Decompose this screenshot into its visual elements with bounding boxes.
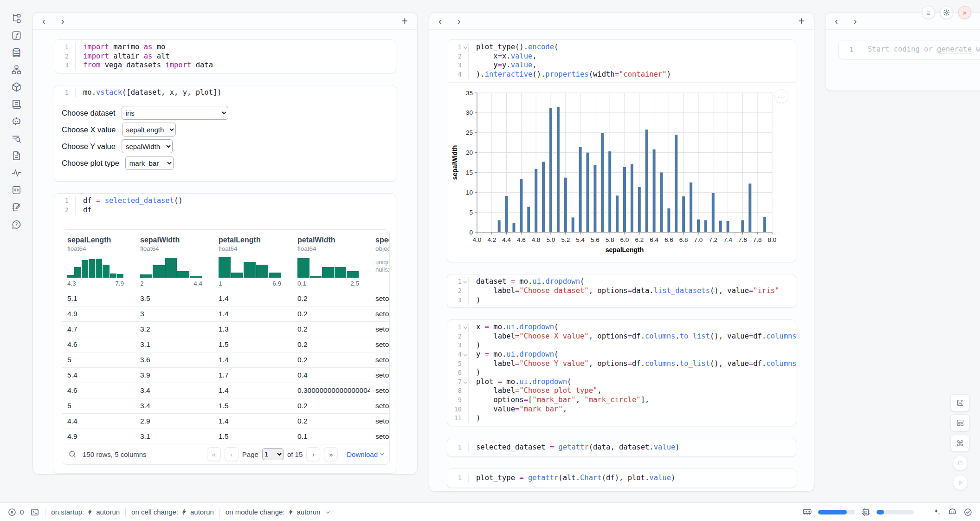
code-editor[interactable]: 1mo.vstack([dataset, x, y, plot]) (54, 85, 396, 101)
table-cell: 1.3 (213, 325, 292, 333)
terminal-button[interactable] (30, 508, 39, 517)
cell-dataset-dropdown[interactable]: 123dataset = mo.ui.dropdown( label="Choo… (447, 274, 796, 308)
vstack-output: Choose dataset iris Choose X value sepal… (54, 100, 396, 181)
bar-chart[interactable]: 4.04.24.44.64.85.05.25.45.65.86.06.26.46… (451, 87, 796, 259)
tracing-icon[interactable] (11, 167, 22, 178)
bar (631, 164, 633, 233)
ai-sparkle-button[interactable] (932, 508, 941, 517)
code-line: selected_dataset = getattr(data, dataset… (476, 443, 680, 452)
error-indicator[interactable]: 0 (7, 508, 24, 517)
layout-button[interactable] (950, 414, 970, 431)
dataset-select[interactable]: iris (122, 106, 228, 120)
chart-output[interactable]: 4.04.24.44.64.85.05.25.45.65.86.06.26.46… (447, 82, 796, 262)
cell-dataframe[interactable]: 12df = selected_dataset()df sepalLength … (54, 193, 396, 473)
cell-imports[interactable]: 123import marimo as moimport altair as a… (54, 39, 396, 73)
on-module-change-setting[interactable]: on module change: autorun (226, 508, 329, 516)
code-line: value="mark_bar", (476, 405, 796, 414)
add-cell-button[interactable]: + (799, 15, 805, 27)
data-sources-icon[interactable] (11, 47, 22, 58)
documentation-icon[interactable] (11, 150, 22, 161)
last-page-button[interactable]: » (324, 447, 338, 461)
code-editor[interactable]: 123import marimo as moimport altair as a… (54, 40, 396, 73)
column-header-sepalLength[interactable]: sepalLength float64 4.37.9 (62, 236, 135, 287)
save-button[interactable] (950, 394, 970, 411)
code-editor[interactable]: 1234567891011x = mo.ui.dropdown( label="… (447, 320, 796, 426)
snippets-icon[interactable] (11, 184, 22, 195)
table-row[interactable]: 53.41.50.2setosa (62, 398, 389, 413)
connection-status-button[interactable] (963, 508, 973, 517)
next-page-button[interactable]: › (306, 447, 320, 461)
table-row[interactable]: 5.43.91.70.4setosa (62, 367, 389, 383)
table-row[interactable]: 4.63.41.40.30000000000000004setosa (62, 383, 389, 398)
hist-bar (96, 259, 102, 277)
dependency-graph-icon[interactable] (11, 64, 22, 75)
table-row[interactable]: 4.93.11.50.1setosa (62, 429, 389, 444)
collapse-left-icon[interactable]: ‹ (835, 16, 838, 26)
code-editor[interactable]: 12df = selected_dataset()df (54, 194, 396, 218)
code-editor[interactable]: 1234plot_type().encode( x=x.value, y=y.v… (447, 40, 796, 82)
collapse-left-icon[interactable]: ‹ (42, 16, 45, 26)
help-icon[interactable]: ? (11, 219, 22, 230)
prev-page-button[interactable]: ‹ (225, 447, 239, 461)
table-cell: 0.2 (292, 417, 370, 425)
new-empty-cell[interactable]: 1 Start coding or generate with (838, 40, 980, 59)
expand-right-icon[interactable]: › (854, 16, 857, 26)
on-startup-setting[interactable]: on startup: autorun (51, 508, 120, 516)
table-row[interactable]: 4.73.21.30.2setosa (62, 321, 389, 337)
first-page-button[interactable]: « (207, 447, 221, 461)
svg-text:5.4: 5.4 (576, 236, 585, 243)
table-cell: 3.9 (135, 371, 213, 379)
svg-text:4.8: 4.8 (532, 236, 541, 243)
packages-icon[interactable] (11, 81, 22, 92)
table-row[interactable]: 4.63.11.50.2setosa (62, 337, 389, 352)
cell-xy-plot-dropdowns[interactable]: 1234567891011x = mo.ui.dropdown( label="… (447, 319, 796, 426)
bar (601, 133, 604, 232)
expand-right-icon[interactable]: › (458, 16, 461, 26)
file-tree-icon[interactable] (11, 13, 22, 24)
logs-icon[interactable] (11, 98, 22, 110)
settings-button[interactable] (940, 6, 953, 19)
keyboard-shortcuts-button[interactable]: ⌘ (950, 435, 970, 452)
table-cell: 4.9 (62, 432, 135, 441)
bar (608, 151, 611, 232)
search-icon[interactable] (68, 450, 77, 458)
copilot-button[interactable] (948, 507, 957, 517)
column-header-petalLength[interactable]: petalLength float64 16.9 (213, 236, 292, 287)
cell-placeholder[interactable]: Start coding or generate with (860, 45, 980, 54)
bar (616, 195, 619, 232)
table-row[interactable]: 53.61.40.2setosa (62, 352, 389, 367)
code-editor[interactable]: 123dataset = mo.ui.dropdown( label="Choo… (447, 274, 796, 307)
cell-vstack[interactable]: 1mo.vstack([dataset, x, y, plot]) Choose… (54, 85, 396, 182)
column-header-petalWidth[interactable]: petalWidth float64 0.12.5 (292, 236, 370, 287)
cell-plot-type[interactable]: 1plot_type = getattr(alt.Chart(df), plot… (447, 469, 796, 488)
table-row[interactable]: 5.13.51.40.2setosa (62, 291, 389, 306)
run-button[interactable] (953, 475, 968, 490)
ai-chat-icon[interactable] (11, 116, 22, 127)
collapse-left-icon[interactable]: ‹ (438, 16, 442, 26)
functions-icon[interactable]: ƒ (11, 30, 22, 41)
table-search-icon[interactable] (11, 133, 22, 144)
column-header-sepalWidth[interactable]: sepalWidth float64 24.4 (135, 236, 213, 287)
close-button[interactable]: × (958, 6, 971, 19)
code-line: x=x.value, (476, 52, 671, 61)
cell-plot-expression[interactable]: 1234plot_type().encode( x=x.value, y=y.v… (447, 39, 796, 262)
menu-button[interactable]: ≡ (922, 6, 935, 19)
x-select[interactable]: sepalLength (122, 123, 176, 137)
scratchpad-icon[interactable] (11, 202, 22, 213)
table-row[interactable]: 4.931.40.2setosa (62, 306, 389, 321)
table-row[interactable]: 4.42.91.40.2setosa (62, 413, 389, 429)
on-cell-change-setting[interactable]: on cell change: autorun (131, 508, 214, 516)
chevron-down-icon (326, 509, 329, 513)
y-select[interactable]: sepalWidth (122, 139, 173, 153)
generate-with-ai-link[interactable]: generate (937, 45, 972, 53)
cell-selected-dataset[interactable]: 1selected_dataset = getattr(data, datase… (447, 438, 796, 457)
page-select[interactable]: 1 (262, 448, 284, 460)
code-editor[interactable]: 1plot_type = getattr(alt.Chart(df), plot… (447, 469, 796, 488)
download-button[interactable]: Download (347, 450, 383, 458)
add-cell-button[interactable]: + (402, 15, 408, 27)
stop-button[interactable] (953, 456, 968, 471)
expand-right-icon[interactable]: › (61, 16, 64, 26)
code-editor[interactable]: 1selected_dataset = getattr(data, datase… (447, 438, 796, 457)
plot-type-select[interactable]: mark_bar (125, 156, 174, 170)
column-header-species[interactable]: species object unique nulls: (370, 236, 389, 287)
